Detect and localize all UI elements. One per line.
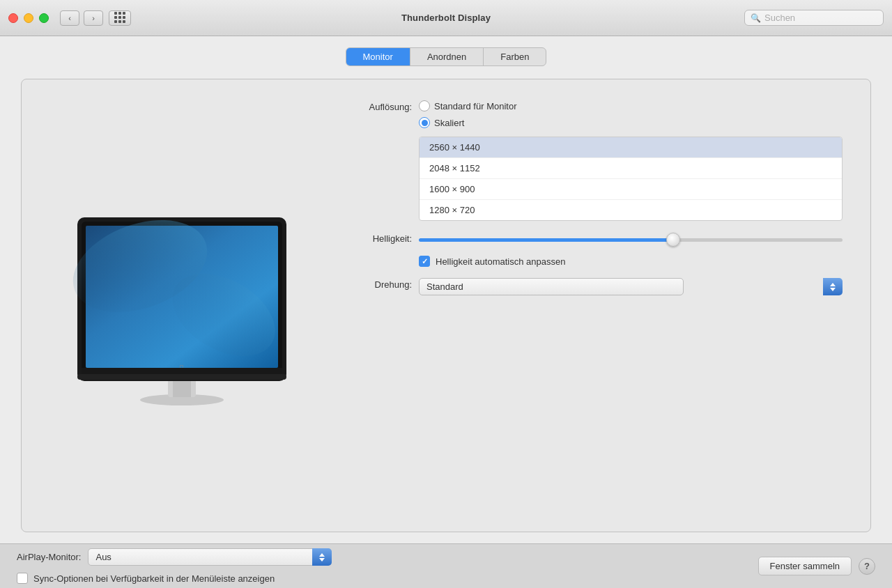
- tab-anordnen[interactable]: Anordnen: [410, 48, 484, 65]
- main-content: Monitor Anordnen Farben: [0, 36, 892, 543]
- radio-skaliert-row: Skaliert: [419, 117, 843, 128]
- helligkeit-row: Helligkeit: Helligkeit automatisch anpas…: [342, 232, 843, 267]
- helligkeit-control: Helligkeit automatisch anpassen: [419, 232, 843, 267]
- panel:  Auflösung: Standard für Monitor: [21, 79, 871, 532]
- drehung-arrow-icon: [823, 278, 843, 295]
- radio-standard[interactable]: [419, 100, 430, 111]
- drehung-row: Drehung: Standard 90° 180° 270°: [342, 278, 843, 295]
- monitor-image: : [56, 203, 307, 408]
- aufloesung-label: Auflösung:: [342, 100, 412, 112]
- airplay-section: AirPlay-Monitor: Aus AirPlay-Monitor 1: [17, 548, 758, 566]
- sync-checkbox[interactable]: [17, 573, 28, 584]
- airplay-select-wrap: Aus AirPlay-Monitor 1: [88, 548, 332, 566]
- bottom-left: AirPlay-Monitor: Aus AirPlay-Monitor 1 S…: [17, 548, 758, 584]
- radio-skaliert[interactable]: [419, 117, 430, 128]
- window-title: Thunderbolt Display: [401, 13, 491, 23]
- drehung-select-wrap: Standard 90° 180° 270°: [419, 278, 843, 295]
- bottom-bar: AirPlay-Monitor: Aus AirPlay-Monitor 1 S…: [0, 543, 892, 588]
- forward-button[interactable]: ›: [84, 10, 103, 26]
- resolution-item-2[interactable]: 1600 × 900: [420, 179, 842, 200]
- tab-bar: Monitor Anordnen Farben: [21, 47, 871, 66]
- sync-row: Sync-Optionen bei Verfügbarkeit in der M…: [17, 573, 758, 584]
- titlebar: ‹ › Thunderbolt Display 🔍 Suchen: [0, 0, 892, 36]
- resolution-item-1[interactable]: 2048 × 1152: [420, 158, 842, 179]
- settings-area: Auflösung: Standard für Monitor Skaliert…: [342, 100, 843, 511]
- helligkeit-auto-label: Helligkeit automatisch anpassen: [436, 256, 565, 267]
- resolution-item-3[interactable]: 1280 × 720: [420, 200, 842, 220]
- search-icon: 🔍: [751, 13, 761, 23]
- fenster-button[interactable]: Fenster sammeln: [758, 557, 852, 575]
- back-button[interactable]: ‹: [60, 10, 79, 26]
- resolution-list: 2560 × 1440 2048 × 1152 1600 × 900 1280 …: [419, 137, 843, 221]
- tab-farben[interactable]: Farben: [484, 48, 546, 65]
- sync-label: Sync-Optionen bei Verfügbarkeit in der M…: [33, 573, 275, 584]
- drehung-select[interactable]: Standard 90° 180° 270°: [419, 278, 684, 295]
- bottom-content: AirPlay-Monitor: Aus AirPlay-Monitor 1 S…: [17, 548, 875, 584]
- drehung-label: Drehung:: [342, 278, 412, 290]
- svg-rect-10: [77, 374, 286, 380]
- helligkeit-auto-row: Helligkeit automatisch anpassen: [419, 256, 843, 267]
- helligkeit-label: Helligkeit:: [342, 232, 412, 244]
- search-box[interactable]: 🔍 Suchen: [744, 10, 884, 26]
- airplay-select[interactable]: Aus AirPlay-Monitor 1: [88, 548, 332, 566]
- close-button[interactable]: [8, 13, 18, 23]
- drehung-control: Standard 90° 180° 270°: [419, 278, 843, 295]
- radio-standard-label: Standard für Monitor: [434, 101, 517, 111]
- help-button[interactable]: ?: [859, 558, 875, 575]
- grid-icon: [114, 12, 126, 24]
- grid-button[interactable]: [109, 10, 131, 26]
- maximize-button[interactable]: [39, 13, 49, 23]
- tab-group: Monitor Anordnen Farben: [346, 47, 547, 66]
- helligkeit-auto-checkbox[interactable]: [419, 256, 430, 267]
- minimize-button[interactable]: [24, 13, 33, 23]
- aufloesung-control: Standard für Monitor Skaliert 2560 × 144…: [419, 100, 843, 221]
- radio-standard-row: Standard für Monitor: [419, 100, 843, 111]
- traffic-lights: [8, 13, 49, 23]
- resolution-item-0[interactable]: 2560 × 1440: [420, 137, 842, 158]
- bottom-right-area: Fenster sammeln ?: [758, 557, 875, 575]
- tab-monitor[interactable]: Monitor: [346, 48, 410, 65]
- search-placeholder: Suchen: [764, 13, 795, 23]
- brightness-slider-thumb[interactable]: [666, 233, 680, 247]
- nav-buttons: ‹ ›: [60, 10, 103, 26]
- monitor-area: : [49, 100, 314, 511]
- airplay-label: AirPlay-Monitor:: [17, 552, 81, 562]
- aufloesung-row: Auflösung: Standard für Monitor Skaliert…: [342, 100, 843, 221]
- radio-skaliert-label: Skaliert: [434, 118, 464, 128]
